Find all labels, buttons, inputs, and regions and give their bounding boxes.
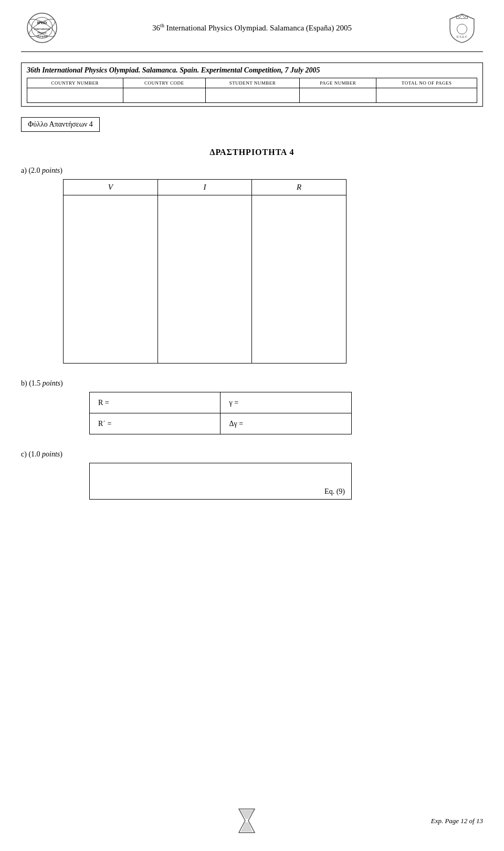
- header-title: 36th International Physics Olympiad. Sal…: [152, 22, 352, 34]
- svg-text:Physics: Physics: [37, 31, 47, 34]
- col-r: R: [252, 180, 346, 195]
- equation-box: Eq. (9): [89, 463, 352, 500]
- cell-page-number: [300, 88, 376, 103]
- cell-v: [64, 195, 158, 364]
- section-c-label: c) (1.0 points): [21, 450, 483, 459]
- eq-label: Eq. (9): [324, 487, 345, 496]
- col-page-number: PAGE NUMBER: [300, 78, 376, 88]
- section-a-label: a) (2.0 points): [21, 167, 483, 175]
- main-content: 36th International Physics Olympiad. Sal…: [0, 52, 504, 526]
- col-country-code: COUNTRY CODE: [123, 78, 205, 88]
- col-country-number: COUNTRY NUMBER: [27, 78, 123, 88]
- col-i: I: [158, 180, 252, 195]
- cell-i: [158, 195, 252, 364]
- svg-text:IPhO: IPhO: [37, 20, 47, 25]
- col-total-pages: TOTAL No OF PAGES: [376, 78, 477, 88]
- cell-student-number: [205, 88, 300, 103]
- b-table: R = γ = R´ = Δγ =: [89, 392, 352, 434]
- cell-country-number: [27, 88, 123, 103]
- cell-total-pages: [376, 88, 477, 103]
- col-student-number: STUDENT NUMBER: [205, 78, 300, 88]
- data-rows: [64, 195, 346, 364]
- cell-gamma-equals: γ =: [220, 392, 352, 413]
- page-header: IPhO International Physics Olympiad 36th…: [0, 0, 504, 51]
- svg-text:R.S.E.F.: R.S.E.F.: [457, 35, 468, 38]
- cell-delta-gamma-equals: Δγ =: [220, 413, 352, 434]
- cell-r-equals: R =: [90, 392, 220, 413]
- cell-r-prime-equals: R´ =: [90, 413, 220, 434]
- info-table: COUNTRY NUMBER COUNTRY CODE STUDENT NUMB…: [27, 78, 477, 103]
- sheet-label: Φύλλο Απαντήσεων 4: [21, 117, 100, 132]
- svg-text:Olympiad: Olympiad: [36, 35, 47, 38]
- ipho-logo-left: IPhO International Physics Olympiad: [21, 9, 63, 46]
- activity-title: ΔΡΑΣΤΗΡΙΟΤΗΤΑ 4: [21, 148, 483, 157]
- page-footer: Física 2005 Exp. Page 12 of 13: [0, 806, 504, 835]
- info-box: 36th International Physics Olympiad. Sal…: [21, 63, 483, 107]
- cell-country-code: [123, 88, 205, 103]
- svg-text:International: International: [34, 27, 50, 30]
- svg-point-8: [457, 24, 467, 34]
- rsef-logo-right: R.S.E.F.: [441, 9, 483, 46]
- section-b-label: b) (1.5 points): [21, 379, 483, 388]
- b-table-row-2: R´ = Δγ =: [90, 413, 352, 434]
- competition-title: 36th International Physics Olympiad. Sal…: [27, 66, 477, 75]
- info-table-row: [27, 88, 477, 103]
- footer-text: Exp. Page 12 of 13: [431, 817, 483, 825]
- b-table-row-1: R = γ =: [90, 392, 352, 413]
- footer-logo: Física 2005: [233, 806, 261, 835]
- vir-table: V I R: [63, 179, 346, 364]
- cell-r: [252, 195, 346, 364]
- col-v: V: [64, 180, 158, 195]
